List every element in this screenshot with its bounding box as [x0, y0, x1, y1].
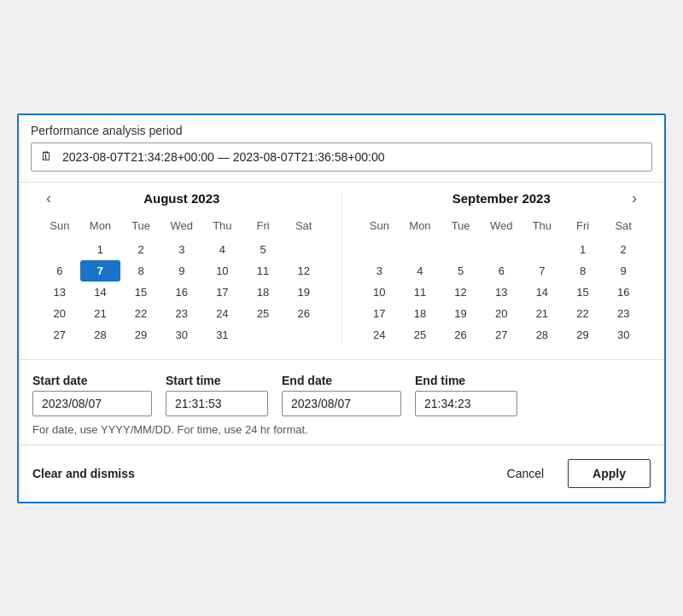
august-day-headers: Sun Mon Tue Wed Thu Fri Sat [39, 216, 324, 239]
calendar-day [242, 324, 283, 346]
calendar-day[interactable]: 24 [202, 303, 243, 324]
end-time-input[interactable] [415, 391, 517, 416]
calendar-day[interactable]: 30 [161, 324, 202, 346]
calendar-day[interactable]: 29 [120, 324, 161, 346]
calendar-day[interactable]: 26 [283, 303, 324, 324]
start-time-group: Start time [166, 374, 268, 416]
date-range-dialog: Performance analysis period 🗓 2023-08-07… [17, 113, 666, 503]
end-date-input[interactable] [282, 391, 401, 416]
sep-th-sat: Sat [603, 216, 644, 239]
calendar-day[interactable]: 9 [161, 260, 202, 282]
calendar-day[interactable]: 11 [242, 260, 283, 282]
calendar-day[interactable]: 29 [563, 324, 604, 346]
aug-th-sat: Sat [283, 216, 324, 239]
calendar-day[interactable]: 27 [39, 324, 80, 346]
calendar-day[interactable]: 5 [242, 239, 283, 260]
table-row: 12 [359, 239, 645, 260]
date-range-bar: 🗓 2023-08-07T21:34:28+00:00 — 2023-08-07… [31, 142, 652, 171]
calendar-day[interactable]: 7 [522, 260, 563, 282]
sep-th-fri: Fri [563, 216, 604, 239]
calendar-day[interactable]: 6 [39, 260, 80, 282]
september-grid: Sun Mon Tue Wed Thu Fri Sat 123456789101… [359, 216, 645, 346]
calendar-day[interactable]: 15 [120, 282, 161, 303]
calendar-day[interactable]: 2 [603, 239, 644, 260]
calendar-day[interactable]: 23 [161, 303, 202, 324]
end-date-label: End date [282, 374, 401, 387]
calendar-day[interactable]: 14 [522, 282, 563, 303]
calendar-day[interactable]: 5 [441, 260, 482, 282]
apply-button[interactable]: Apply [568, 459, 651, 488]
table-row: 12345 [39, 239, 324, 260]
footer-bar: Clear and dismiss Cancel Apply [19, 445, 664, 502]
end-time-group: End time [415, 374, 517, 416]
calendar-day[interactable]: 4 [202, 239, 243, 260]
calendar-day[interactable]: 24 [359, 324, 400, 346]
sep-th-thu: Thu [522, 216, 563, 239]
cancel-button[interactable]: Cancel [497, 460, 555, 487]
august-header: ‹ August 2023 [39, 191, 324, 206]
clear-dismiss-button[interactable]: Clear and dismiss [32, 460, 135, 487]
calendar-day[interactable]: 25 [242, 303, 283, 324]
calendar-day [400, 239, 441, 260]
calendar-day[interactable]: 27 [481, 324, 522, 346]
calendar-day[interactable]: 26 [441, 324, 482, 346]
calendar-day[interactable]: 23 [603, 303, 644, 324]
calendar-day [39, 239, 80, 260]
calendar-day[interactable]: 12 [283, 260, 324, 282]
calendar-day[interactable]: 1 [80, 239, 121, 260]
calendar-day[interactable]: 11 [400, 282, 441, 303]
calendar-day[interactable]: 14 [80, 282, 121, 303]
calendar-day[interactable]: 6 [481, 260, 522, 282]
calendar-day[interactable]: 20 [481, 303, 522, 324]
calendar-day[interactable]: 17 [202, 282, 243, 303]
calendar-day[interactable]: 3 [359, 260, 400, 282]
calendar-day[interactable]: 8 [120, 260, 161, 282]
inputs-row: Start date Start time End date End time [32, 374, 651, 416]
calendar-day[interactable]: 28 [80, 324, 121, 346]
calendar-day[interactable]: 10 [202, 260, 243, 282]
calendar-day[interactable]: 21 [522, 303, 563, 324]
table-row: 13141516171819 [39, 282, 324, 303]
calendar-day[interactable]: 30 [603, 324, 644, 346]
calendar-day[interactable]: 8 [563, 260, 604, 282]
calendar-day[interactable]: 21 [80, 303, 121, 324]
calendar-day[interactable]: 9 [603, 260, 644, 282]
calendar-area: ‹ August 2023 Sun Mon Tue Wed Thu Fri Sa… [19, 182, 664, 359]
calendar-day[interactable]: 10 [359, 282, 400, 303]
calendar-day[interactable]: 7 [80, 260, 121, 282]
calendar-day[interactable]: 1 [563, 239, 604, 260]
calendar-day[interactable]: 13 [39, 282, 80, 303]
calendar-day[interactable]: 15 [563, 282, 604, 303]
august-month-title: August 2023 [143, 191, 219, 206]
calendar-day[interactable]: 18 [242, 282, 283, 303]
calendar-day[interactable]: 12 [441, 282, 482, 303]
calendar-day[interactable]: 22 [563, 303, 604, 324]
calendar-day[interactable]: 4 [400, 260, 441, 282]
panel-title: Performance analysis period [19, 115, 664, 142]
calendar-day[interactable]: 25 [400, 324, 441, 346]
table-row: 24252627282930 [359, 324, 645, 346]
calendar-day[interactable]: 19 [283, 282, 324, 303]
sep-th-sun: Sun [359, 216, 400, 239]
calendar-day[interactable]: 3 [161, 239, 202, 260]
calendar-day[interactable]: 31 [202, 324, 243, 346]
calendar-day[interactable]: 20 [39, 303, 80, 324]
calendar-day[interactable]: 13 [481, 282, 522, 303]
calendar-day[interactable]: 16 [603, 282, 644, 303]
next-month-button[interactable]: › [625, 189, 644, 207]
calendar-day[interactable]: 18 [400, 303, 441, 324]
calendar-day[interactable]: 28 [522, 324, 563, 346]
start-date-input[interactable] [32, 391, 152, 416]
table-row: 2728293031 [39, 324, 324, 346]
august-grid: Sun Mon Tue Wed Thu Fri Sat 123456789101… [39, 216, 324, 346]
prev-month-button[interactable]: ‹ [39, 189, 58, 207]
start-time-input[interactable] [166, 391, 268, 416]
aug-th-tue: Tue [120, 216, 161, 239]
calendar-day[interactable]: 22 [120, 303, 161, 324]
sep-th-wed: Wed [481, 216, 522, 239]
calendar-day [522, 239, 563, 260]
calendar-day[interactable]: 16 [161, 282, 202, 303]
calendar-day[interactable]: 17 [359, 303, 400, 324]
calendar-day[interactable]: 19 [441, 303, 482, 324]
calendar-day[interactable]: 2 [120, 239, 161, 260]
